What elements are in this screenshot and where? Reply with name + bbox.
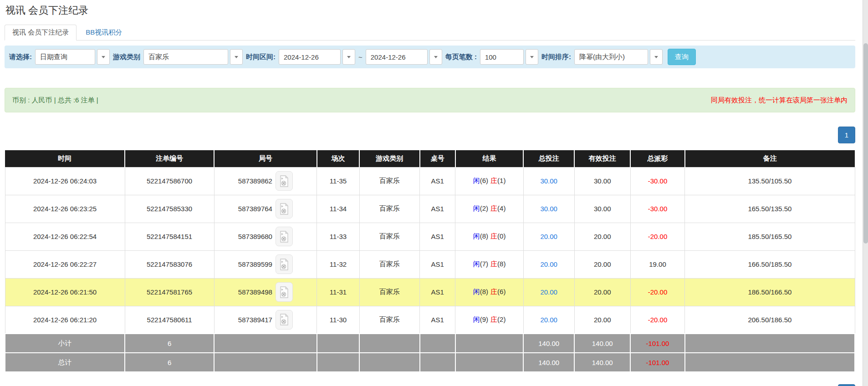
scrollbar-thumb[interactable] [863,43,868,244]
date-from-select[interactable]: 2024-12-26 [279,49,355,65]
table-row: 2024-12-26 06:21:50 522147581765 5873894… [5,278,855,306]
query-type-value[interactable]: 日期查询 [35,49,95,65]
column-header-9: 总派彩 [630,150,684,167]
table-row: 2024-12-26 06:24:03 522147586700 5873898… [5,167,855,195]
round-number: 587389417 [238,316,272,324]
cell-result: 闲(6)庄(1) [455,167,523,195]
caret-down-icon[interactable] [650,49,663,65]
summary-valid-bet: 140.00 [574,334,630,353]
cell-bet-id: 522147585330 [125,195,214,223]
cell-note: 185.50/165.50 [685,223,855,250]
cell-payout: 19.00 [630,250,684,278]
result-player: 闲 [473,315,480,323]
cell-valid-bet: 30.00 [574,195,630,223]
cell-game-type: 百家乐 [359,223,419,250]
round-number: 587389498 [238,288,272,296]
pagination-bottom: 1 [5,384,855,386]
currency-total-text: 币别 : 人民币 | 总共 :6 注单 | [12,96,98,105]
caret-down-icon[interactable] [230,49,243,65]
cell-total-bet[interactable]: 20.00 [523,223,574,250]
cell-game-type: 百家乐 [359,278,419,306]
result-player: 闲 [473,260,480,268]
video-playback-button[interactable] [276,310,293,330]
summary-empty-cell [685,353,855,372]
result-banker: 庄 [490,232,497,240]
video-playback-button[interactable] [276,282,293,302]
vertical-scrollbar[interactable] [863,0,868,386]
page-title: 视讯 会员下注纪录 [5,5,855,16]
result-banker-score: (4) [497,204,505,212]
cell-note: 166.50/185.50 [685,250,855,278]
column-header-7: 总投注 [523,150,574,167]
video-playback-button[interactable] [276,254,293,274]
cell-total-bet[interactable]: 20.00 [523,278,574,306]
cell-total-bet[interactable]: 20.00 [523,306,574,334]
cell-payout: -20.00 [630,306,684,334]
pagination-top: 1 [5,127,855,143]
video-file-icon [280,286,289,298]
cell-table-number: AS1 [420,195,455,223]
table-row: 2024-12-26 06:22:27 522147583076 5873895… [5,250,855,278]
video-playback-button[interactable] [276,227,293,246]
result-player-score: (8) [480,288,488,295]
page-size-value[interactable]: 100 [480,49,524,65]
tab-betting-records[interactable]: 视讯 会员下注纪录 [5,25,77,41]
table-header: 时间注单编号局号场次游戏类别桌号结果总投注有效投注总派彩备注 [5,150,855,167]
cell-game-type: 百家乐 [359,167,419,195]
cell-total-bet[interactable]: 20.00 [523,250,574,278]
summary-payout: -101.00 [630,353,684,372]
video-playback-button[interactable] [276,199,293,218]
summary-empty-cell [359,353,419,372]
result-banker-score: (1) [497,177,505,184]
caret-down-icon[interactable] [526,49,538,65]
sort-order-select[interactable]: 降幂(由大到小) [574,49,663,65]
cell-result: 闲(2)庄(4) [455,195,523,223]
result-player: 闲 [473,204,480,212]
cell-valid-bet: 30.00 [574,167,630,195]
cell-round: 587389680 [214,223,317,250]
sort-order-label: 时间排序: [541,53,571,61]
cell-total-bet[interactable]: 30.00 [523,195,574,223]
game-type-select[interactable]: 百家乐 [143,49,243,65]
main-content: 视讯 会员下注纪录 视讯 会员下注纪录 BB视讯积分 请选择: 日期查询 游戏类… [5,5,855,386]
tab-bb-video-points[interactable]: BB视讯积分 [78,25,129,40]
same-round-notice-text: 同局有效投注，统一计算在该局第一张注单内 [711,96,848,105]
summary-empty-cell [317,334,359,353]
page-size-label: 每页笔数 : [445,53,477,61]
date-to-select[interactable]: 2024-12-26 [366,49,442,65]
caret-down-icon[interactable] [342,49,355,65]
query-type-label: 请选择: [9,53,32,61]
table-header-row: 时间注单编号局号场次游戏类别桌号结果总投注有效投注总派彩备注 [5,150,855,167]
cell-payout: -20.00 [630,278,684,306]
table-row: 2024-12-26 06:22:54 522147584151 5873896… [5,223,855,250]
result-banker: 庄 [490,288,497,295]
page-1-button[interactable]: 1 [838,384,855,386]
caret-down-icon[interactable] [429,49,442,65]
cell-payout: -20.00 [630,223,684,250]
search-button[interactable]: 查询 [668,49,696,65]
summary-valid-bet: 140.00 [574,353,630,372]
caret-down-icon[interactable] [97,49,110,65]
date-to-value[interactable]: 2024-12-26 [366,49,428,65]
cell-result: 闲(7)庄(8) [455,250,523,278]
summary-empty-cell [317,353,359,372]
result-banker-score: (0) [497,232,505,240]
result-player-score: (8) [480,232,488,240]
column-header-10: 备注 [685,150,855,167]
cell-session: 11-32 [317,250,359,278]
date-from-value[interactable]: 2024-12-26 [279,49,341,65]
cell-game-type: 百家乐 [359,250,419,278]
page-size-select[interactable]: 100 [480,49,538,65]
round-number: 587389599 [238,260,272,268]
game-type-value[interactable]: 百家乐 [143,49,228,65]
sort-order-value[interactable]: 降幂(由大到小) [574,49,648,65]
summary-total-row: 总计 6 140.00 140.00 -101.00 [5,353,855,372]
result-banker: 庄 [490,315,497,323]
cell-bet-id: 522147583076 [125,250,214,278]
page-1-button[interactable]: 1 [838,127,855,143]
column-header-8: 有效投注 [574,150,630,167]
summary-empty-cell [420,353,455,372]
video-playback-button[interactable] [276,171,293,191]
query-type-select[interactable]: 日期查询 [35,49,110,65]
cell-total-bet[interactable]: 30.00 [523,167,574,195]
